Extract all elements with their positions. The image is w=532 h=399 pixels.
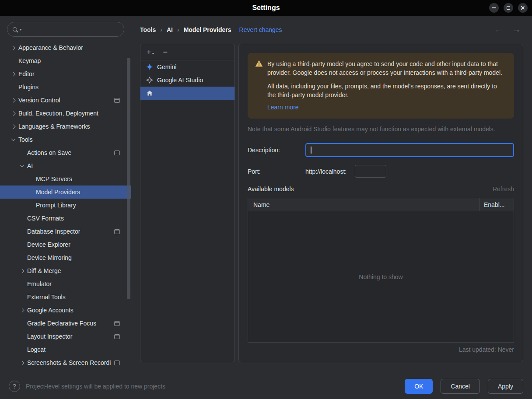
sidebar-item-appearance-behavior[interactable]: Appearance & Behavior [0,41,131,54]
close-button[interactable] [518,3,528,13]
port-input[interactable] [355,165,386,178]
sidebar-item-label: Build, Execution, Deployment [18,110,98,117]
learn-more-link[interactable]: Learn more [267,103,299,112]
gemini-icon [146,63,153,70]
sidebar-scrollbar[interactable] [127,58,130,299]
sidebar-item-label: AI [27,162,33,169]
plugin-badge-icon [114,360,120,365]
breadcrumb-ai[interactable]: AI [167,26,173,33]
sidebar-item-device-mirroring[interactable]: Device Mirroring [0,251,131,264]
chevron-down-icon [11,137,15,141]
sidebar-item-prompt-library[interactable]: Prompt Library [0,199,131,212]
chevron-right-icon [11,46,15,50]
window-title: Settings [252,4,280,12]
minimize-button[interactable] [489,3,499,13]
settings-tree: Appearance & Behavior Keymap Editor Plug… [0,41,131,369]
apply-button[interactable]: Apply [488,379,523,394]
models-table-header: Name Enabl... [248,198,514,211]
chevron-down-icon [20,163,24,168]
sidebar-item-mcp-servers[interactable]: MCP Servers [0,172,131,186]
refresh-button[interactable]: Refresh [493,186,514,192]
column-header-enabled: Enabl... [480,198,514,211]
plugin-badge-icon [114,334,120,339]
description-input[interactable] [306,144,513,156]
sidebar-item-keymap[interactable]: Keymap [0,54,131,67]
column-header-name: Name [248,201,480,208]
nothing-to-show-text: Nothing to show [359,273,402,280]
sidebar-item-csv-formats[interactable]: CSV Formats [0,212,131,225]
remove-provider-button[interactable]: − [163,48,168,56]
sidebar-item-label: Tools [18,136,33,143]
sidebar-item-ai[interactable]: AI [0,159,131,172]
sidebar-item-label: Editor [18,70,35,77]
model-providers-panels: + − Gemini [140,44,523,362]
sidebar-item-device-explorer[interactable]: Device Explorer [0,238,131,251]
sidebar-item-label: Gradle Declarative Focus [27,320,96,327]
search-history-chevron-icon [19,29,22,31]
sidebar-item-model-providers[interactable]: Model Providers [0,186,131,199]
sidebar-item-screenshots-screen-recording[interactable]: Screenshots & Screen Recordi [0,356,131,369]
sidebar-item-label: Logcat [27,346,46,353]
third-party-warning-banner: By using a third-party model you agree t… [248,53,514,119]
revert-changes-link[interactable]: Revert changes [239,26,282,33]
sidebar-item-label: Device Mirroring [27,254,72,261]
ok-button[interactable]: OK [405,379,433,394]
help-icon[interactable]: ? [9,381,20,392]
external-models-note: Note that some Android Studio features m… [248,126,514,133]
sidebar-item-emulator[interactable]: Emulator [0,277,131,290]
provider-item-new-local[interactable] [140,87,234,100]
provider-list-panel: + − Gemini [140,44,235,362]
sidebar-item-logcat[interactable]: Logcat [0,343,131,356]
home-icon [146,90,153,97]
last-updated-text: Last updated: Never [248,346,514,353]
maximize-button[interactable] [504,3,513,13]
sidebar-item-label: Prompt Library [36,202,76,209]
plugin-badge-icon [114,229,120,234]
footer-hint-text: Project-level settings will be applied t… [26,383,399,390]
cancel-button[interactable]: Cancel [441,379,480,394]
sidebar-item-editor[interactable]: Editor [0,67,131,80]
maximize-icon [507,6,510,10]
sidebar-item-label: Plugins [18,84,38,91]
sidebar-item-label: Google Accounts [27,307,74,314]
sidebar-item-layout-inspector[interactable]: Layout Inspector [0,330,131,343]
sidebar-item-label: Screenshots & Screen Recordi [27,359,111,366]
chevron-right-icon [20,269,24,273]
sidebar-item-version-control[interactable]: Version Control [0,94,131,107]
add-provider-button[interactable]: + [147,48,154,56]
sidebar-item-label: External Tools [27,294,66,301]
provider-item-gemini[interactable]: Gemini [140,60,234,74]
titlebar: Settings [0,0,532,16]
plugin-badge-icon [114,321,120,326]
forward-arrow-icon[interactable]: → [510,25,523,35]
provider-item-label: Gemini [157,63,176,70]
footer-buttons: OK Cancel Apply [405,379,523,394]
warning-paragraph-1: By using a third-party model you agree t… [267,60,506,77]
sidebar-item-external-tools[interactable]: External Tools [0,290,131,304]
settings-sidebar: Appearance & Behavior Keymap Editor Plug… [0,16,131,373]
sidebar-item-actions-on-save[interactable]: Actions on Save [0,146,131,159]
chevron-right-icon [20,308,24,312]
sidebar-item-google-accounts[interactable]: Google Accounts [0,304,131,317]
sidebar-item-languages-frameworks[interactable]: Languages & Frameworks [0,120,131,133]
sidebar-item-label: CSV Formats [27,215,64,222]
add-dropdown-caret-icon [152,53,154,54]
breadcrumb-separator: › [160,26,162,33]
sidebar-item-plugins[interactable]: Plugins [0,80,131,94]
sidebar-item-build-execution-deployment[interactable]: Build, Execution, Deployment [0,107,131,120]
sidebar-item-tools[interactable]: Tools [0,133,131,146]
back-arrow-icon[interactable]: ← [492,25,505,35]
breadcrumb-tools[interactable]: Tools [140,26,156,33]
sidebar-item-database-inspector[interactable]: Database Inspector [0,225,131,238]
text-caret [311,147,312,154]
sidebar-item-label: Model Providers [36,189,80,196]
localhost-prefix: http://localhost: [305,168,346,175]
settings-window-body: Appearance & Behavior Keymap Editor Plug… [0,16,532,373]
search-input[interactable] [24,26,119,33]
warning-paragraph-2: All data, including your files, prompts,… [267,82,506,100]
sidebar-item-gradle-declarative-focus[interactable]: Gradle Declarative Focus [0,317,131,330]
port-row: Port: http://localhost: [248,165,514,178]
sidebar-item-diff-merge[interactable]: Diff & Merge [0,264,131,277]
provider-item-google-ai-studio[interactable]: Google AI Studio [140,74,234,87]
search-box[interactable] [7,22,124,37]
